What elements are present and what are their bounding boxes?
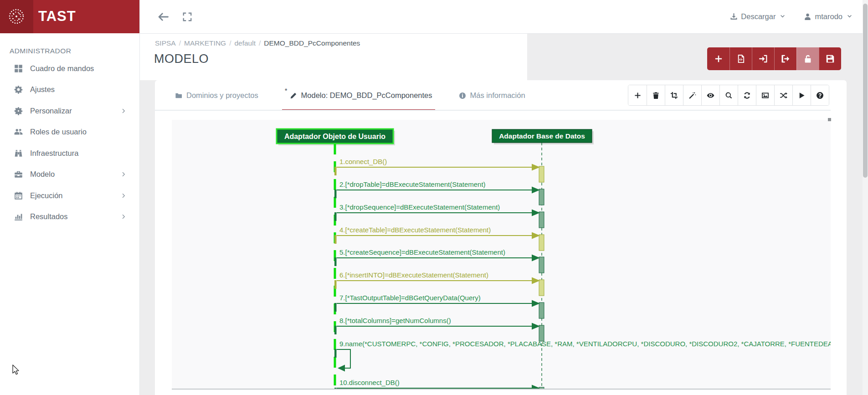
tab-label: Más información (470, 91, 525, 100)
sidebar-section-label: ADMINISTRADOR (10, 47, 139, 55)
zoom-tool-button[interactable] (719, 85, 738, 105)
info-circle-icon (459, 92, 466, 99)
add-tool-button[interactable] (628, 85, 647, 105)
message-label[interactable]: 9.name(*CUSTOMERPC, *CONFIG, *PROCESADOR… (339, 340, 831, 348)
sidebar: TAST ADMINISTRADOR Cuadro de mandosAjust… (0, 0, 140, 395)
sidebar-item-label: Ajustes (30, 85, 55, 94)
sidebar-item-cuadro-de-mandos[interactable]: Cuadro de mandos (0, 58, 139, 79)
page-title: MODELO (154, 52, 209, 66)
refresh-tool-button[interactable] (738, 85, 756, 105)
app-root: TAST ADMINISTRADOR Cuadro de mandosAjust… (0, 0, 868, 395)
message-start (334, 190, 337, 198)
message-arrowhead (532, 255, 540, 262)
diagram-panel[interactable]: Adaptador Objeto de UsuarioAdaptador Bas… (172, 120, 831, 389)
tab-label: Dominios y proyectos (186, 91, 258, 100)
message-label[interactable]: 10.disconnect_DB() (339, 379, 400, 386)
breadcrumb-item[interactable]: SIPSA (155, 39, 176, 47)
download-label: Descargar (741, 12, 776, 21)
message-label[interactable]: 6.[*insertINTO]=dBExecuteStatement(State… (339, 271, 488, 279)
activation-bar[interactable] (539, 212, 544, 228)
activation-bar[interactable] (539, 325, 544, 341)
import-button[interactable] (752, 47, 774, 70)
tab-m-s-informaci-n[interactable]: Más información (456, 80, 528, 111)
logo-globe-icon (6, 6, 26, 26)
activation-bar[interactable] (539, 189, 544, 205)
self-message-line[interactable] (337, 349, 350, 368)
question-circle-icon (816, 92, 824, 99)
back-button[interactable] (157, 11, 169, 23)
sidebar-item-label: Ejecución (30, 191, 63, 200)
activation-bar[interactable] (539, 280, 544, 296)
message-label[interactable]: 8.[*totalColumns]=getNumColumns() (339, 317, 451, 324)
chevron-right-icon (121, 171, 127, 177)
run-tool-button[interactable] (792, 85, 811, 105)
message-label[interactable]: 7.[*TastOutputTable]=dBGetQueryData(Quer… (339, 294, 481, 302)
user-menu[interactable]: mtarodo (804, 12, 853, 21)
folder-icon (175, 92, 182, 99)
export-button[interactable] (774, 47, 796, 70)
activation-bar[interactable] (539, 235, 544, 251)
help-tool-button[interactable] (811, 85, 829, 105)
topbar-right: Descargar mtarodo (730, 0, 853, 33)
message-label[interactable]: 1.connect_DB() (339, 158, 387, 165)
crop-tool-button[interactable] (665, 85, 683, 105)
fullscreen-button[interactable] (182, 12, 192, 22)
breadcrumb-item[interactable]: MARKETING (184, 39, 226, 47)
caret-down-icon (847, 13, 853, 19)
gear-icon (14, 85, 23, 94)
preview-tool-button[interactable] (701, 85, 719, 105)
sidebar-item-roles-de-usuario[interactable]: Roles de usuario (0, 122, 139, 143)
chevron-right-icon (121, 214, 127, 220)
sidebar-item-ejecuci-n[interactable]: Ejecución (0, 185, 139, 206)
diagram-resize-handle[interactable] (828, 118, 831, 121)
breadcrumb-item[interactable]: default (234, 39, 256, 47)
message-arrowhead (532, 187, 540, 194)
lifeline-label: Adaptador Base de Datos (499, 132, 585, 140)
play-icon (798, 92, 806, 99)
lifeline-label: Adaptador Objeto de Usuario (284, 133, 385, 140)
chart-bar-icon (14, 212, 23, 221)
tab-dominios-y-proyectos[interactable]: Dominios y proyectos (172, 80, 261, 111)
topbar: Descargar mtarodo (140, 0, 863, 34)
sign-out-icon (781, 54, 790, 63)
message-label[interactable]: 4.[*createTable]=dBExecuteStatement(Stat… (339, 226, 491, 234)
sidebar-item-label: Infraestructura (30, 149, 78, 158)
save-button[interactable] (819, 47, 841, 70)
shuffle-icon (780, 92, 787, 99)
tab-modelo[interactable]: *Modelo: DEMO_BDD_PcComponentes (282, 80, 435, 111)
download-menu[interactable]: Descargar (730, 12, 786, 21)
magic-wand-tool-button[interactable] (683, 85, 701, 105)
chevron-right-icon (121, 108, 127, 114)
plus-icon (634, 92, 642, 99)
chevron-right-icon (121, 193, 127, 199)
message-start (334, 349, 337, 358)
message-arrowhead (532, 164, 540, 171)
activation-bar[interactable] (539, 257, 544, 273)
grid-icon (14, 64, 23, 73)
add-button[interactable] (707, 47, 729, 70)
calendar-icon (14, 191, 23, 200)
shuffle-tool-button[interactable] (774, 85, 792, 105)
sidebar-item-label: Personalizar (30, 107, 72, 115)
delete-tool-button[interactable] (647, 85, 665, 105)
sidebar-item-modelo[interactable]: Modelo (0, 164, 139, 185)
message-label[interactable]: 5.[*createSequence]=dBExecuteStatement(S… (339, 248, 505, 256)
sidebar-item-ajustes[interactable]: Ajustes (0, 79, 139, 101)
self-message-arrowhead (338, 365, 345, 372)
activation-bar[interactable] (539, 303, 544, 318)
file-code-button[interactable] (729, 47, 752, 70)
sidebar-item-personalizar[interactable]: Personalizar (0, 100, 139, 122)
image-tool-button[interactable] (756, 85, 774, 105)
unsaved-indicator: * (285, 87, 288, 94)
unlock-button[interactable] (796, 47, 819, 70)
diagram-panel-bottom-edge (172, 389, 831, 390)
app-logo[interactable]: TAST (0, 0, 139, 33)
page-scrollbar-thumb[interactable] (863, 4, 868, 178)
message-label[interactable]: 2.[*dropTable]=dBExecuteStatement(Statem… (339, 180, 486, 188)
breadcrumb-separator: / (176, 39, 184, 47)
sidebar-item-resultados[interactable]: Resultados (0, 206, 139, 228)
download-icon-slot (730, 13, 738, 21)
sidebar-item-infraestructura[interactable]: Infraestructura (0, 143, 139, 164)
activation-bar[interactable] (539, 166, 544, 182)
message-label[interactable]: 3.[*dropSequence]=dBExecuteStatement(Sta… (339, 203, 500, 211)
